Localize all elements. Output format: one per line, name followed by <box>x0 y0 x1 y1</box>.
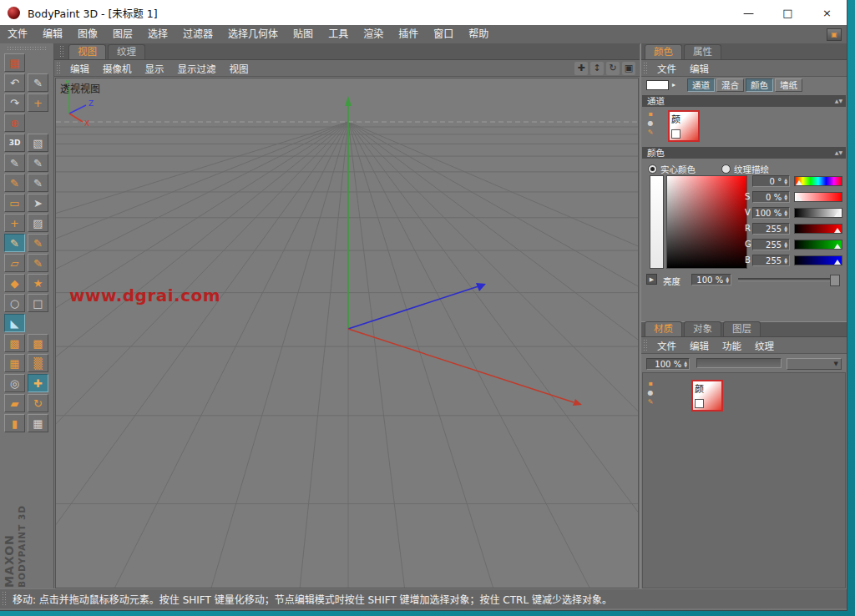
projection-paint-icon[interactable]: ⊕ <box>4 114 25 132</box>
mode-tab-channels[interactable]: 通道 <box>687 78 715 92</box>
saturation-spinner[interactable]: 0 % <box>752 191 790 203</box>
halftone-icon[interactable]: ▨ <box>28 214 48 232</box>
material-thumbnail[interactable]: 颜 <box>691 380 723 412</box>
move-tool-icon[interactable]: ✚ <box>28 374 48 392</box>
color-header[interactable]: 颜色 ▲▼ <box>642 147 846 159</box>
dolly-view-icon[interactable]: ↕ <box>590 62 604 75</box>
menu-map[interactable]: 贴图 <box>286 25 321 43</box>
marquee-select-icon[interactable]: ▭ <box>4 194 25 212</box>
material-pencil-icon[interactable]: ✎ <box>646 398 655 406</box>
mode-tab-color[interactable]: 颜色 <box>746 78 773 92</box>
saturation-marker[interactable] <box>796 196 802 201</box>
redo-icon[interactable]: ↷ <box>4 93 25 112</box>
material-list[interactable]: ▪ ● ✎ 颜 <box>642 372 846 588</box>
viewport-menu-grip[interactable] <box>56 62 62 74</box>
tab-layers[interactable]: 图层 <box>723 321 761 336</box>
menu-file[interactable]: 文件 <box>0 25 35 43</box>
material-zoom-spinner[interactable]: 100 % <box>646 358 690 370</box>
vp-menu-camera[interactable]: 摄像机 <box>96 62 139 75</box>
rotate-tool-icon[interactable]: ↻ <box>28 394 48 412</box>
material-sphere-icon[interactable]: ● <box>646 389 655 396</box>
region-select-icon[interactable]: ◎ <box>4 374 25 392</box>
saturation-stepper-icon[interactable] <box>784 194 787 200</box>
menu-edit[interactable]: 编辑 <box>35 25 70 43</box>
brightness-spinner[interactable]: 100 % <box>691 274 731 285</box>
tab-attributes[interactable]: 属性 <box>684 44 721 59</box>
hue-slider[interactable] <box>794 176 842 186</box>
grid-toggle-icon[interactable]: ▦ <box>28 414 48 432</box>
material-menu-grip[interactable] <box>643 339 649 351</box>
maximize-button[interactable]: □ <box>768 0 807 25</box>
channel-pencil-icon[interactable]: ✎ <box>646 129 655 136</box>
menu-layer[interactable]: 图层 <box>105 25 140 43</box>
red-marker[interactable] <box>834 228 841 233</box>
color-menu-file[interactable]: 文件 <box>650 62 683 75</box>
pattern-stamp2-icon[interactable]: ▩ <box>28 334 48 352</box>
mode-tab-blend[interactable]: 混合 <box>716 78 744 92</box>
circle-shape-icon[interactable]: ○ <box>4 294 25 312</box>
ink-pen-icon[interactable]: ✎ <box>28 254 48 272</box>
material-visibility-chip[interactable] <box>695 399 704 408</box>
pan-view-icon[interactable]: ✚ <box>574 62 588 75</box>
menu-image[interactable]: 图像 <box>70 25 105 43</box>
pattern-stamp-icon[interactable]: ▩ <box>4 334 25 352</box>
value-spinner[interactable]: 100 % <box>752 207 790 219</box>
vp-menu-display-filter[interactable]: 显示过滤 <box>171 62 223 75</box>
gradient-tool-icon[interactable]: ◣ <box>4 314 25 332</box>
pin-pen-icon[interactable]: ✎ <box>4 174 25 192</box>
star-shape-icon[interactable]: ★ <box>28 274 48 292</box>
current-color-swatch[interactable] <box>646 80 669 90</box>
maximize-view-icon[interactable]: ▣ <box>622 62 635 75</box>
menu-window[interactable]: 窗口 <box>426 25 461 43</box>
vp-menu-edit[interactable]: 编辑 <box>63 62 96 75</box>
stylus-pen-icon[interactable]: ✎ <box>28 174 48 192</box>
noise-icon[interactable]: ▒ <box>28 354 48 372</box>
texture-layers-icon[interactable]: ▦ <box>4 53 25 72</box>
menu-select-geometry[interactable]: 选择几何体 <box>220 25 286 43</box>
value-marker[interactable] <box>834 212 841 217</box>
green-stepper-icon[interactable] <box>784 241 787 248</box>
material-scale-slider[interactable] <box>696 358 782 368</box>
color-menu-grip[interactable] <box>643 62 649 74</box>
multi-pen-icon[interactable]: ✎ <box>4 154 25 172</box>
color-menu-edit[interactable]: 编辑 <box>683 62 716 75</box>
fill-bucket-icon[interactable]: ◆ <box>4 274 25 292</box>
channel-sphere-icon[interactable]: ● <box>646 119 655 127</box>
eyedropper-icon[interactable]: ✎ <box>28 234 48 252</box>
lock-tool-icon[interactable]: ▮ <box>4 414 25 432</box>
mat-menu-texture[interactable]: 纹理 <box>748 339 781 352</box>
blue-slider[interactable] <box>794 255 842 265</box>
fill-select-icon[interactable]: + <box>4 214 25 232</box>
color-header-arrows[interactable]: ▲▼ <box>835 147 842 159</box>
red-stepper-icon[interactable] <box>784 225 787 232</box>
red-slider[interactable] <box>794 224 842 234</box>
green-marker[interactable] <box>834 244 841 249</box>
draw-curve-icon[interactable]: ✎ <box>28 73 48 92</box>
blue-marker[interactable] <box>834 260 841 265</box>
value-stepper-icon[interactable] <box>784 210 787 216</box>
shear-tool-icon[interactable]: ▰ <box>4 394 25 412</box>
channels-header[interactable]: 通道 ▲▼ <box>642 95 846 107</box>
expand-icon[interactable]: ▶ <box>646 274 657 285</box>
channel-visibility-chip[interactable] <box>671 129 680 139</box>
material-cube-icon[interactable]: ▪ <box>646 380 655 387</box>
eraser-icon[interactable]: ▱ <box>4 254 25 272</box>
tab-objects[interactable]: 对象 <box>684 321 721 336</box>
channel-thumbnail[interactable]: 颜 <box>668 110 700 142</box>
hue-stepper-icon[interactable] <box>784 178 787 184</box>
pick-cursor-icon[interactable]: ➤ <box>28 194 48 212</box>
swatch-arrow-icon[interactable]: ▸ <box>672 81 675 88</box>
blue-spinner[interactable]: 255 <box>752 255 790 266</box>
viewport-tabbar-grip[interactable] <box>59 45 65 58</box>
tab-color[interactable]: 颜色 <box>645 44 682 59</box>
blue-stepper-icon[interactable] <box>784 257 787 264</box>
rect-shape-icon[interactable]: □ <box>28 294 48 312</box>
saturation-slider[interactable] <box>794 192 842 202</box>
vp-menu-display[interactable]: 显示 <box>139 62 171 75</box>
value-slider[interactable] <box>794 208 842 218</box>
mat-menu-file[interactable]: 文件 <box>650 339 683 352</box>
title-bar[interactable]: BodyPaint 3D - [未标题 1] — □ × <box>0 0 847 26</box>
toolbar-grip[interactable] <box>7 46 47 50</box>
undo-icon[interactable]: ↶ <box>4 73 25 92</box>
green-spinner[interactable]: 255 <box>752 239 790 250</box>
